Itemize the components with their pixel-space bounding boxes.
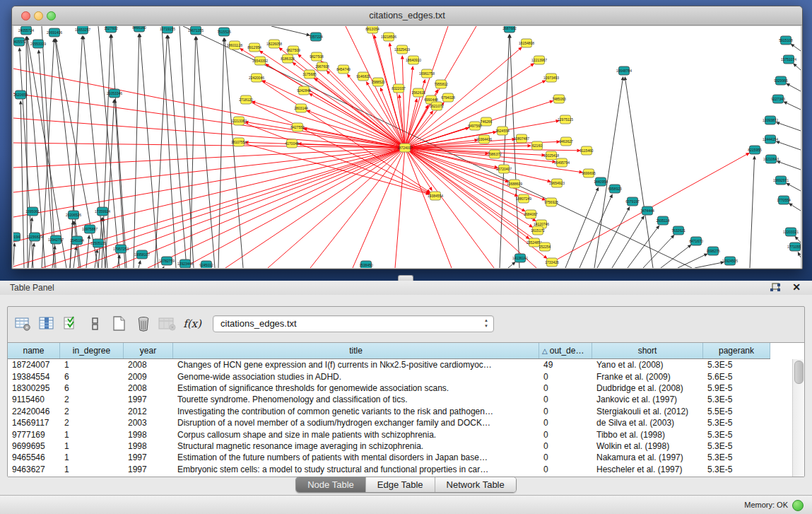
graph-node-label: 7357224 (309, 35, 323, 39)
graph-node-label: 20553319 (30, 42, 46, 46)
graph-node-label: 8471670 (689, 239, 703, 243)
graph-node-label: 2935114 (656, 218, 669, 223)
cell-year: 2003 (124, 418, 173, 428)
graph-edge (643, 238, 672, 268)
table-body: 1872400712008Changes of HCN gene express… (8, 359, 792, 477)
table-row[interactable]: 911546021997Tourette syndrome. Phenomeno… (8, 394, 792, 405)
graph-node-label: 9827509 (286, 48, 300, 52)
graph-node-label: 16210643 (763, 157, 779, 161)
table-panel-title: Table Panel (10, 283, 54, 293)
table-panel-header: Table Panel ✕ (0, 281, 812, 296)
cell-short: Dudbridge et al. (2008) (592, 383, 703, 393)
graph-edge-arrowhead (30, 217, 34, 221)
attribute-browser: f(x) citations_edges.txt ▲ ▼ namein_degr… (7, 306, 805, 477)
table-row[interactable]: 1938455462009Genome-wide association stu… (8, 370, 792, 382)
table-row[interactable]: 977716911998Corpus callosum shape and si… (8, 428, 792, 440)
cell-short: de Silva et al. (2003) (592, 418, 703, 428)
graph-node-label: 2684067 (524, 212, 538, 216)
graph-node-label: 4170046 (285, 141, 299, 146)
table-row[interactable]: 1456911722003Disruption of a novel membe… (8, 417, 792, 428)
graph-edge (594, 80, 623, 268)
window-title: citations_edges.txt (12, 10, 802, 21)
cell-title: Estimation of the future numbers of pati… (173, 452, 539, 462)
graph-edge (180, 26, 194, 268)
select-columns-icon[interactable] (60, 313, 83, 334)
row-height-icon[interactable] (84, 313, 107, 334)
column-header-short[interactable]: short (592, 343, 703, 358)
table-settings-icon[interactable] (12, 313, 35, 334)
graph-edge (83, 39, 105, 268)
graph-node-label: 3624554 (495, 129, 510, 133)
new-table-icon[interactable] (108, 313, 131, 334)
graph-node-label: 15751074 (781, 57, 796, 62)
graph-node-label: 1545194 (70, 238, 84, 243)
column-header-name[interactable]: name (8, 343, 60, 358)
window-titlebar[interactable]: citations_edges.txt (12, 6, 802, 25)
float-panel-icon[interactable] (770, 283, 781, 293)
graph-edge-arrowhead (13, 243, 16, 247)
graph-node-label: 1733426 (545, 260, 559, 264)
table-row[interactable]: 946362711997Embryonic stem cells: a mode… (8, 464, 792, 475)
graph-node-label: 9242848 (297, 88, 311, 93)
table-selector-dropdown[interactable]: citations_edges.txt ▲ ▼ (213, 315, 494, 332)
graph-edge-arrowhead (401, 55, 404, 59)
column-header-title[interactable]: title (173, 343, 539, 358)
memory-status-led[interactable] (792, 500, 804, 511)
graph-edge (268, 148, 405, 268)
graph-edge-arrowhead (37, 49, 41, 54)
graph-edge-arrowhead (347, 74, 351, 78)
column-header-year[interactable]: year (124, 343, 173, 358)
table-row[interactable]: 946554611997Estimation of the future num… (8, 452, 792, 463)
column-header-out_de[interactable]: △out_de… (539, 343, 592, 358)
graph-edge (300, 57, 405, 148)
table-row[interactable]: 969969511998Structural magnetic resonanc… (8, 440, 792, 452)
function-builder-icon[interactable]: f(x) (180, 313, 204, 334)
column-header-in_degree[interactable]: in_degree (60, 343, 124, 358)
network-graph-canvas[interactable]: 1872400718601128891295418226058982750981… (13, 26, 801, 268)
tab-node-table[interactable]: Node Table (296, 477, 366, 492)
column-header-pagerank[interactable]: pagerank (703, 343, 770, 358)
cell-name: 19384554 (8, 372, 60, 382)
table-row[interactable]: 1830029562008Estimation of significance … (8, 382, 792, 394)
tab-network-table[interactable]: Network Table (435, 477, 516, 492)
graph-node-label: 9463627 (559, 139, 573, 144)
network-view-window: citations_edges.txt 18724007186011288912… (11, 6, 803, 269)
cell-in_degree: 1 (60, 441, 124, 451)
import-table-icon[interactable] (156, 313, 179, 334)
graph-edge-arrowhead (32, 243, 35, 247)
graph-node-label: 10025418 (543, 153, 559, 158)
table-row[interactable]: 1872400712008Changes of HCN gene express… (8, 359, 792, 370)
graph-node-label: 8186328 (281, 57, 295, 61)
dropdown-up-arrow-icon: ▲ (484, 319, 488, 322)
graph-edge (789, 85, 801, 91)
scrollbar-thumb[interactable] (794, 361, 804, 384)
cell-title: Changes of HCN gene expression and I(f) … (173, 360, 539, 370)
cell-short: Wolkin et al. (1998) (592, 441, 703, 451)
graph-edge (628, 228, 657, 268)
table-row[interactable]: 2242004622012Investigating the contribut… (8, 406, 792, 417)
graph-edge-arrowhead (798, 252, 801, 256)
cell-pagerank: 5.3E-5 (703, 441, 770, 451)
show-columns-icon[interactable] (36, 313, 59, 334)
graph-edge (13, 246, 14, 265)
application-window: citations_edges.txt 18724007186011288912… (0, 0, 812, 514)
graph-node-label: 9245012 (199, 263, 213, 267)
graph-node-label: 14671355 (188, 28, 204, 33)
graph-node-label: 24055724 (18, 28, 34, 33)
tab-edge-table[interactable]: Edge Table (366, 477, 435, 492)
graph-edge (271, 26, 307, 35)
graph-edge (796, 66, 801, 70)
graph-edge (13, 148, 405, 217)
vertical-scrollbar[interactable] (792, 359, 804, 477)
cell-out_de: 0 (539, 452, 592, 462)
table-toolbar: f(x) citations_edges.txt ▲ ▼ (8, 307, 804, 341)
delete-table-icon[interactable] (132, 313, 155, 334)
cell-year: 1997 (124, 395, 173, 404)
graph-node-label: 6958923 (608, 187, 622, 191)
graph-node-label: 1770554 (777, 198, 791, 202)
cell-out_de: 0 (539, 418, 592, 428)
graph-node-label: 62160 (532, 144, 542, 148)
graph-node-label: 3175685 (302, 72, 317, 76)
close-panel-icon[interactable]: ✕ (792, 281, 801, 293)
graph-edge-arrowhead (789, 203, 793, 206)
